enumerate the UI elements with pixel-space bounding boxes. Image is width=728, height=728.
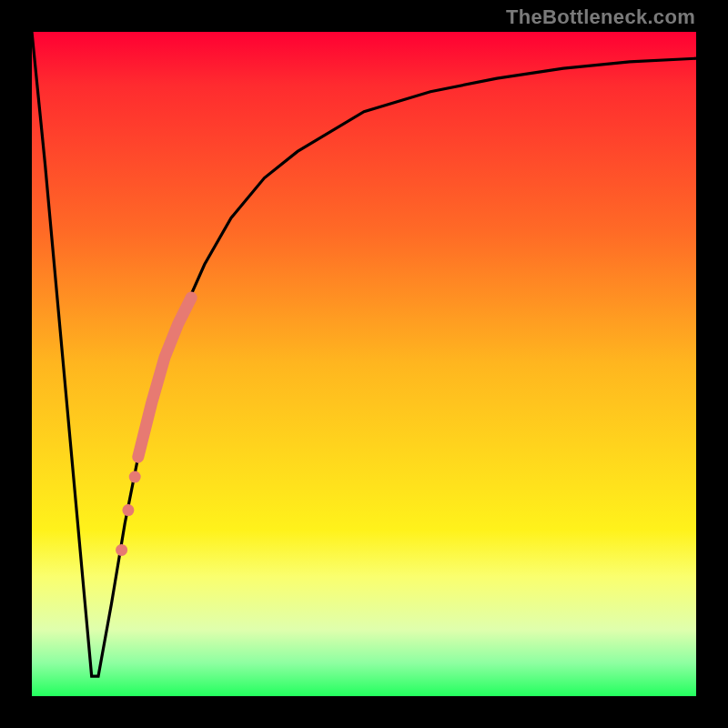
chart-frame: TheBottleneck.com: [0, 0, 728, 728]
bottleneck-curve: [32, 32, 696, 676]
highlight-dot: [122, 504, 134, 516]
highlight-dot: [129, 471, 141, 483]
highlight-segment: [138, 298, 191, 457]
attribution-label: TheBottleneck.com: [506, 5, 695, 29]
plot-area: [32, 32, 696, 696]
curve-layer: [32, 32, 696, 696]
highlight-dot: [116, 544, 127, 556]
